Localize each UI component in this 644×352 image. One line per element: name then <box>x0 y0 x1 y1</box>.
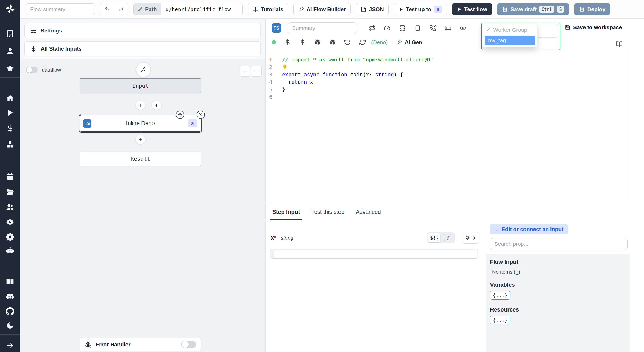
result-node[interactable]: Result <box>80 152 201 166</box>
zoom-in-button[interactable] <box>240 66 250 77</box>
tab-step-input[interactable]: Step Input <box>272 204 300 220</box>
tab-test-this-step[interactable]: Test this step <box>311 204 344 220</box>
cubes-icon[interactable] <box>6 140 14 149</box>
step-input-content: x * string ${} f <box>266 220 644 352</box>
windmill-logo-icon[interactable] <box>4 3 16 15</box>
flow-summary-input[interactable] <box>26 3 95 15</box>
code-editor[interactable]: 1// import * as wmill from "npm:windmill… <box>266 50 627 204</box>
path-value[interactable]: u/henri/prolific_flow <box>161 3 242 15</box>
move-step-handle[interactable] <box>176 111 184 119</box>
discord-icon[interactable] <box>6 292 14 301</box>
dollar-icon <box>30 46 37 52</box>
editor-panel: TS Save to workspace (Deno) AI Gen 1// i… <box>265 19 644 204</box>
star-icon[interactable] <box>6 64 14 72</box>
package-icon[interactable] <box>329 39 336 45</box>
save-draft-label: Save draft <box>510 6 537 12</box>
required-mark: * <box>274 234 276 241</box>
gear-icon[interactable] <box>6 233 14 241</box>
arrow-right-icon[interactable] <box>6 341 14 350</box>
json-button[interactable]: JSON <box>356 3 388 15</box>
tab-advanced[interactable]: Advanced <box>356 204 381 220</box>
inline-deno-node[interactable]: TS Inline Deno a <box>80 115 201 132</box>
prop-search-input[interactable] <box>490 238 628 250</box>
js-expression-toggle[interactable]: f <box>442 233 454 242</box>
resources-object-badge[interactable]: {...} <box>490 316 510 324</box>
gauge-icon[interactable] <box>384 25 391 31</box>
dollar-icon[interactable] <box>285 39 291 45</box>
bed-icon[interactable] <box>445 25 451 31</box>
library-icon[interactable] <box>616 41 623 47</box>
ai-builder-fab[interactable] <box>136 62 151 77</box>
settings-card[interactable]: Settings <box>24 23 261 38</box>
drag-handle[interactable] <box>271 250 274 258</box>
play-icon <box>457 7 462 12</box>
sidebar-divider <box>0 334 20 335</box>
step-id-badge: a <box>434 6 442 13</box>
template-string-toggle[interactable]: ${} <box>428 233 440 242</box>
undo-button[interactable] <box>100 3 114 15</box>
connect-input-button[interactable] <box>462 232 479 244</box>
step-id-badge: a <box>188 119 197 127</box>
worker-group-menu: ✓ Worker Group my_tag <box>482 24 537 47</box>
save-to-workspace-button[interactable]: Save to workspace <box>565 24 622 30</box>
input-node[interactable]: Input <box>80 78 201 93</box>
ai-gen-label: AI Gen <box>405 39 422 45</box>
undo-icon <box>105 7 110 12</box>
save-draft-button[interactable]: Save draft Ctrl S <box>497 3 569 15</box>
code-line: 4 return x <box>266 78 627 86</box>
line-number: 1 <box>266 56 282 63</box>
delete-step-button[interactable] <box>197 111 205 119</box>
eye-icon[interactable] <box>6 218 14 226</box>
voicemail-icon[interactable] <box>460 25 467 31</box>
deploy-button[interactable]: Deploy <box>574 3 610 15</box>
path-editor[interactable]: Path u/henri/prolific_flow <box>133 3 243 15</box>
test-up-to-label: Test up to <box>406 6 431 12</box>
test-up-to-button[interactable]: Test up to a <box>394 3 447 15</box>
dollar-icon[interactable] <box>6 124 14 132</box>
line-number: 3 <box>266 71 282 78</box>
variables-object-badge[interactable]: {...} <box>490 291 510 300</box>
user-icon[interactable] <box>6 47 14 55</box>
runtime-label: (Deno) <box>371 39 388 45</box>
zoom-out-button[interactable] <box>251 66 262 77</box>
field-row: x * string ${} f <box>271 232 479 244</box>
database-icon[interactable] <box>399 25 406 31</box>
home-icon[interactable] <box>6 94 14 102</box>
worker-group-option-selected[interactable]: my_tag <box>485 36 535 45</box>
calendar-icon[interactable] <box>6 173 14 181</box>
square-icon[interactable] <box>414 25 421 31</box>
error-handler-toggle[interactable] <box>181 341 196 348</box>
edit-or-connect-button[interactable]: ← Edit or connect an input <box>490 224 568 234</box>
step-summary-input[interactable] <box>288 22 357 34</box>
folder-open-icon[interactable] <box>6 188 14 196</box>
refresh-icon[interactable] <box>359 39 366 45</box>
robot-icon[interactable] <box>6 247 14 255</box>
redo-button[interactable] <box>114 3 128 15</box>
lightbulb-icon[interactable] <box>282 64 288 70</box>
insert-step-button[interactable] <box>136 101 145 110</box>
step-input-form: x * string ${} f <box>266 220 486 352</box>
trigger-button[interactable] <box>152 101 161 110</box>
moon-icon[interactable] <box>6 321 14 330</box>
dollar-icon[interactable] <box>300 39 306 45</box>
phone-incoming-icon[interactable] <box>429 25 436 31</box>
play-icon <box>399 7 403 12</box>
play-icon[interactable] <box>6 109 14 117</box>
rotate-ccw-icon[interactable] <box>344 39 351 45</box>
dataflow-toggle[interactable] <box>26 67 38 73</box>
repeat-icon[interactable] <box>369 25 375 31</box>
ai-flow-builder-button[interactable]: AI Flow Builder <box>293 3 351 15</box>
test-flow-button[interactable]: Test flow <box>452 3 492 15</box>
package-icon[interactable] <box>315 39 321 45</box>
field-value-input[interactable] <box>274 250 477 258</box>
field-name: x <box>271 234 274 241</box>
insert-step-button[interactable] <box>136 135 145 144</box>
ai-gen-button[interactable]: AI Gen <box>396 39 422 45</box>
all-static-inputs-card[interactable]: All Static Inputs <box>24 41 261 56</box>
github-icon[interactable] <box>6 307 14 315</box>
tutorials-button[interactable]: Tutorials <box>248 3 288 15</box>
bug-icon <box>85 341 91 348</box>
building-icon[interactable] <box>6 30 14 38</box>
users-gear-icon[interactable] <box>6 203 14 211</box>
book-open-icon[interactable] <box>6 277 14 286</box>
